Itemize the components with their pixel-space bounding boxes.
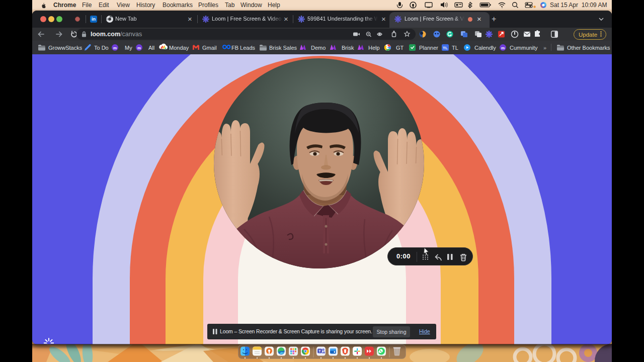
svg-text:TL: TL <box>452 45 458 51</box>
svg-text:T: T <box>318 349 321 353</box>
svg-text:GT: GT <box>396 45 404 51</box>
svg-text:Brisk Sales: Brisk Sales <box>269 45 297 51</box>
svg-text:GrowwStacks: GrowwStacks <box>48 45 83 51</box>
svg-text:Cummunity: Cummunity <box>510 45 538 51</box>
svg-text:Other Bookmarks: Other Bookmarks <box>567 45 610 51</box>
svg-text:»: » <box>543 45 546 51</box>
svg-text:TL: TL <box>443 46 448 50</box>
svg-text:All: All <box>148 45 154 51</box>
svg-text:Monday: Monday <box>169 45 189 51</box>
svg-text:FB Leads: FB Leads <box>231 45 256 51</box>
svg-text:Gmail: Gmail <box>202 45 217 51</box>
svg-text:To Do: To Do <box>94 45 109 51</box>
svg-text:Calendly: Calendly <box>474 45 496 51</box>
svg-text:Planner: Planner <box>419 45 438 51</box>
svg-text:Demo: Demo <box>311 45 326 51</box>
svg-text:Help: Help <box>368 45 380 51</box>
svg-text:Brisk: Brisk <box>342 45 354 51</box>
svg-text:My: My <box>125 45 132 51</box>
